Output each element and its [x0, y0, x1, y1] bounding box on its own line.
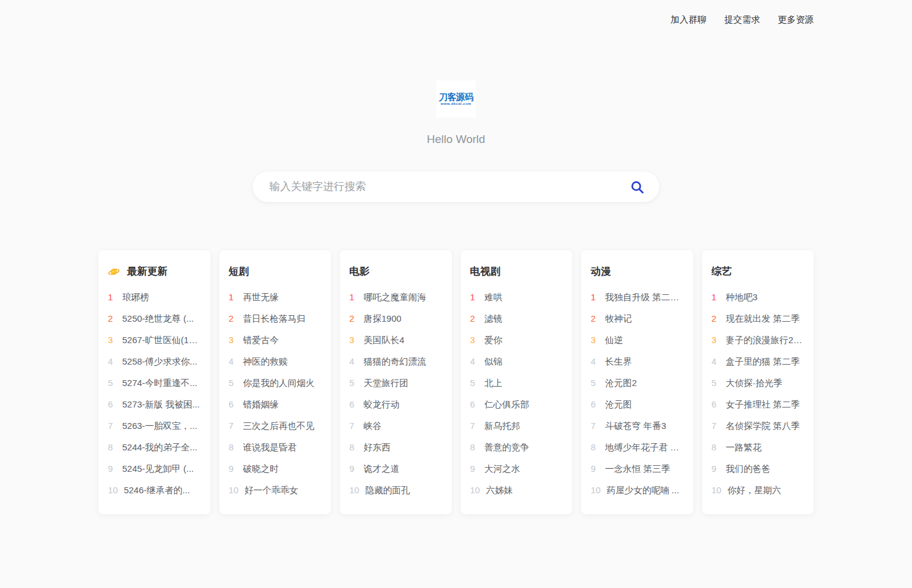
list-item[interactable]: 6 仁心俱乐部 — [470, 394, 563, 415]
list-item[interactable]: 5 大侦探·拾光季 — [712, 372, 805, 394]
list-item[interactable]: 1 难哄 — [470, 287, 563, 308]
logo-subtitle: www.dkcal.com — [441, 102, 471, 105]
list-item[interactable]: 4 盒子里的猫 第二季 — [712, 351, 805, 372]
rank-number: 6 — [349, 394, 358, 415]
search-button[interactable] — [628, 178, 646, 196]
rank-number: 6 — [108, 394, 116, 415]
item-title: 神医的救赎 — [243, 351, 288, 372]
list-item[interactable]: 4 猫猫的奇幻漂流 — [349, 351, 442, 372]
rank-card: 电影 1 哪吒之魔童闹海 2 唐探1900 3 美国队长4 4 猫猫的奇幻漂流 … — [340, 250, 452, 514]
list-item[interactable]: 7 峡谷 — [349, 415, 442, 437]
list-item[interactable]: 10 药屋少女的呢喃 ... — [591, 480, 684, 501]
item-title: 错爱古今 — [243, 329, 279, 351]
list-item[interactable]: 8 一路繁花 — [712, 437, 805, 458]
nav-link-join-group[interactable]: 加入群聊 — [671, 14, 706, 26]
list-item[interactable]: 10 你好，星期六 — [712, 480, 805, 501]
list-item[interactable]: 2 昔日长枪落马归 — [229, 308, 322, 329]
rank-number: 1 — [349, 287, 358, 308]
nav-link-more-resources[interactable]: 更多资源 — [778, 14, 814, 26]
rank-number: 5 — [591, 372, 599, 394]
list-item[interactable]: 2 5250-绝世龙尊 (... — [108, 308, 201, 329]
rank-number: 2 — [712, 308, 720, 329]
list-item[interactable]: 4 神医的救赎 — [229, 351, 322, 372]
list-item[interactable]: 8 5244-我的弟子全... — [108, 437, 201, 458]
list-item[interactable]: 5 沧元图2 — [591, 372, 684, 394]
item-title: 蛟龙行动 — [364, 394, 399, 415]
nav-link-submit-request[interactable]: 提交需求 — [724, 14, 760, 26]
rank-number: 5 — [712, 372, 720, 394]
rank-number: 7 — [470, 415, 479, 437]
search-bar — [253, 172, 659, 202]
list-item[interactable]: 9 一念永恒 第三季 — [591, 458, 684, 480]
item-title: 北上 — [485, 372, 502, 394]
list-item[interactable]: 6 女子推理社 第二季 — [712, 394, 805, 415]
list-item[interactable]: 8 善意的竞争 — [470, 437, 563, 458]
item-title: 长生界 — [605, 351, 632, 372]
list-item[interactable]: 1 哪吒之魔童闹海 — [349, 287, 442, 308]
list-item[interactable]: 10 六姊妹 — [470, 480, 563, 501]
rank-number: 10 — [349, 480, 359, 501]
item-title: 大河之水 — [485, 458, 520, 480]
list-item[interactable]: 5 北上 — [470, 372, 563, 394]
list-item[interactable]: 9 诡才之道 — [349, 458, 442, 480]
list-item[interactable]: 3 妻子的浪漫旅行20... — [712, 329, 805, 351]
rank-number: 7 — [349, 415, 358, 437]
list-item[interactable]: 6 5273-新版 我被困... — [108, 394, 201, 415]
list-item[interactable]: 10 好一个乖乖女 — [229, 480, 322, 501]
list-item[interactable]: 7 名侦探学院 第八季 — [712, 415, 805, 437]
list-item[interactable]: 4 5258-傅少求求你... — [108, 351, 201, 372]
list-item[interactable]: 9 5245-见龙卸甲 (... — [108, 458, 201, 480]
list-item[interactable]: 6 蛟龙行动 — [349, 394, 442, 415]
card-title: 电影 — [349, 265, 370, 278]
list-item[interactable]: 2 唐探1900 — [349, 308, 442, 329]
rank-number: 9 — [229, 458, 237, 480]
item-title: 现在就出发 第二季 — [726, 308, 800, 329]
planet-icon — [108, 266, 120, 278]
list-item[interactable]: 4 似锦 — [470, 351, 563, 372]
card-header: 动漫 — [591, 265, 684, 278]
rank-number: 6 — [229, 394, 237, 415]
list-item[interactable]: 4 长生界 — [591, 351, 684, 372]
top-nav: 加入群聊 提交需求 更多资源 — [98, 0, 814, 26]
list-item[interactable]: 5 你是我的人间烟火 — [229, 372, 322, 394]
list-item[interactable]: 8 谁说我是昏君 — [229, 437, 322, 458]
list-item[interactable]: 9 我们的爸爸 — [712, 458, 805, 480]
list-item[interactable]: 2 牧神记 — [591, 308, 684, 329]
list-item[interactable]: 3 5267-旷世医仙(10... — [108, 329, 201, 351]
rank-number: 6 — [470, 394, 479, 415]
list-item[interactable]: 1 我独自升级 第二季... — [591, 287, 684, 308]
list-item[interactable]: 9 大河之水 — [470, 458, 563, 480]
logo-title: 刀客源码 — [439, 92, 473, 102]
list-item[interactable]: 1 琅琊榜 — [108, 287, 201, 308]
search-input[interactable] — [253, 172, 659, 202]
list-item[interactable]: 10 隐藏的面孔 — [349, 480, 442, 501]
item-title: 斗破苍穹 年番3 — [605, 415, 666, 437]
rank-number: 7 — [712, 415, 720, 437]
list-item[interactable]: 3 美国队长4 — [349, 329, 442, 351]
item-title: 隐藏的面孔 — [365, 480, 410, 501]
rank-number: 3 — [349, 329, 358, 351]
card-header: 短剧 — [229, 265, 322, 278]
list-item[interactable]: 3 爱你 — [470, 329, 563, 351]
list-item[interactable]: 8 好东西 — [349, 437, 442, 458]
list-item[interactable]: 1 再世无缘 — [229, 287, 322, 308]
rank-number: 10 — [470, 480, 480, 501]
list-item[interactable]: 2 现在就出发 第二季 — [712, 308, 805, 329]
list-item[interactable]: 7 斗破苍穹 年番3 — [591, 415, 684, 437]
list-item[interactable]: 3 错爱古今 — [229, 329, 322, 351]
list-item[interactable]: 6 错婚姻缘 — [229, 394, 322, 415]
list-item[interactable]: 1 种地吧3 — [712, 287, 805, 308]
item-title: 一念永恒 第三季 — [605, 458, 670, 480]
list-item[interactable]: 7 新乌托邦 — [470, 415, 563, 437]
list-item[interactable]: 3 仙逆 — [591, 329, 684, 351]
list-item[interactable]: 5 5274-今时重逢不... — [108, 372, 201, 394]
item-title: 再世无缘 — [243, 287, 279, 308]
list-item[interactable]: 9 破晓之时 — [229, 458, 322, 480]
list-item[interactable]: 6 沧元图 — [591, 394, 684, 415]
list-item[interactable]: 2 滤镜 — [470, 308, 563, 329]
list-item[interactable]: 7 5263-一胎双宝，... — [108, 415, 201, 437]
list-item[interactable]: 7 三次之后再也不见 — [229, 415, 322, 437]
list-item[interactable]: 8 地缚少年花子君 第... — [591, 437, 684, 458]
list-item[interactable]: 10 5246-继承者的... — [108, 480, 201, 501]
list-item[interactable]: 5 天堂旅行团 — [349, 372, 442, 394]
